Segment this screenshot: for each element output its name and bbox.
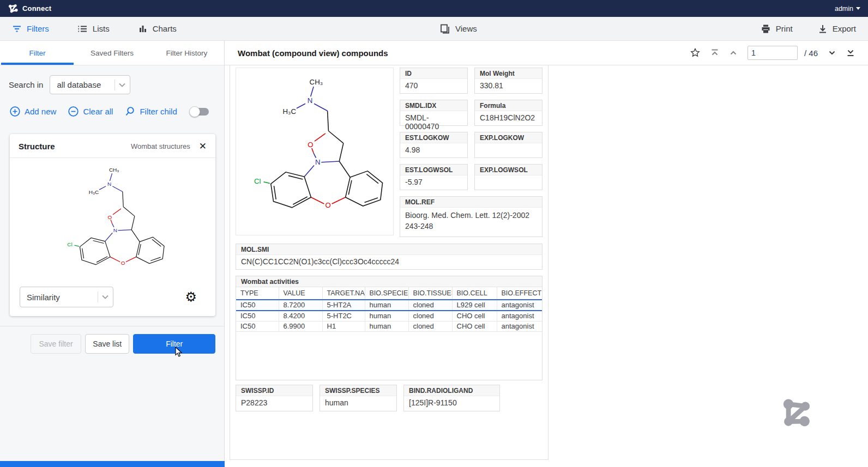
database-select[interactable]: all database bbox=[50, 75, 130, 94]
field-label: Formula bbox=[475, 100, 542, 111]
user-menu[interactable]: admin bbox=[835, 5, 860, 13]
cell: antagonist bbox=[497, 300, 542, 311]
similarity-select-value: Similarity bbox=[27, 293, 92, 302]
toolbar-lists[interactable]: Lists bbox=[77, 24, 110, 34]
col-type[interactable]: TYPE bbox=[236, 287, 279, 300]
cell: 8.7200 bbox=[279, 300, 322, 311]
table-row[interactable]: IC50 8.7200 5-HT2A human cloned L929 cel… bbox=[236, 300, 542, 311]
toolbar-filters-label: Filters bbox=[27, 24, 49, 33]
top-navbar: Connect admin bbox=[0, 0, 868, 17]
col-bio-effect[interactable]: BIO.EFFECT bbox=[497, 287, 542, 300]
save-list-button[interactable]: Save list bbox=[85, 334, 129, 354]
last-record-icon[interactable] bbox=[846, 48, 855, 57]
tab-filter-history-label: Filter History bbox=[166, 49, 208, 57]
field-mol-ref: MOL.REF Bioorg. Med. Chem. Lett. 12(2)-2… bbox=[400, 196, 542, 237]
sidebar-scroll-indicator[interactable] bbox=[0, 461, 225, 467]
add-new-label: Add new bbox=[25, 107, 56, 116]
mouse-cursor-icon bbox=[175, 347, 183, 357]
table-row[interactable]: IC50 6.9900 H1 human cloned CHO cell ant… bbox=[236, 321, 542, 331]
filter-child-toggle[interactable] bbox=[190, 108, 209, 116]
page-total: / 46 bbox=[804, 48, 818, 58]
toolbar-filters[interactable]: Filters bbox=[12, 24, 49, 34]
activities-title: Wombat activities bbox=[236, 276, 542, 287]
field-label: Mol Weight bbox=[475, 68, 542, 79]
structure-editor-canvas[interactable] bbox=[10, 158, 215, 284]
cell: human bbox=[365, 321, 408, 331]
page-number-input[interactable] bbox=[748, 46, 798, 60]
field-value bbox=[475, 175, 542, 189]
main-content: Wombat (compound view) compounds / 46 bbox=[225, 41, 868, 467]
chevron-down-icon bbox=[119, 83, 125, 87]
field-est-logwsol: EST.LOGWSOL -5.97 bbox=[400, 164, 468, 190]
toolbar-views[interactable]: Views bbox=[439, 23, 477, 34]
tab-saved-filters[interactable]: Saved Filters bbox=[75, 41, 149, 65]
toolbar-export[interactable]: Export bbox=[818, 24, 856, 34]
field-formula: Formula C18H19ClN2O2 bbox=[474, 100, 542, 126]
col-value[interactable]: VALUE bbox=[279, 287, 322, 300]
cell: cloned bbox=[408, 311, 452, 322]
filter-child-button[interactable]: Filter child bbox=[125, 106, 177, 117]
next-record-icon[interactable] bbox=[828, 48, 836, 57]
toolbar-print[interactable]: Print bbox=[761, 24, 793, 34]
add-new-button[interactable]: Add new bbox=[10, 106, 56, 117]
col-bio-cell[interactable]: BIO.CELL bbox=[452, 287, 497, 300]
first-record-icon[interactable] bbox=[710, 48, 719, 57]
toolbar-lists-label: Lists bbox=[93, 24, 110, 33]
username: admin bbox=[835, 5, 853, 13]
col-bio-tissues[interactable]: BIO.TISSUES bbox=[408, 287, 452, 300]
field-label: EST.LOGKOW bbox=[400, 132, 467, 143]
field-value: 330.81 bbox=[475, 79, 542, 94]
field-smdl-idx: SMDL.IDX SMDL-00000470 bbox=[400, 100, 468, 126]
brand[interactable]: Connect bbox=[8, 3, 51, 14]
field-label: BIND.RADIOLIGAND bbox=[404, 385, 499, 396]
filter-sidebar: Filter Saved Filters Filter History Sear… bbox=[0, 41, 225, 467]
toolbar-views-label: Views bbox=[455, 24, 477, 33]
cell: IC50 bbox=[236, 311, 279, 322]
tab-filter[interactable]: Filter bbox=[0, 41, 75, 65]
field-swissp-species: SWISSP.SPECIES human bbox=[320, 385, 397, 411]
previous-record-icon[interactable] bbox=[729, 48, 738, 57]
filter-button[interactable]: Filter bbox=[133, 334, 215, 354]
tab-filter-history[interactable]: Filter History bbox=[149, 41, 224, 65]
cell: antagonist bbox=[497, 321, 542, 331]
field-label: SMDL.IDX bbox=[400, 100, 467, 111]
field-value: 4.98 bbox=[400, 143, 467, 159]
cell: IC50 bbox=[236, 321, 279, 331]
settings-gear-icon[interactable]: ⚙ bbox=[185, 290, 197, 304]
cell: human bbox=[365, 311, 408, 322]
activities-header-row: TYPE VALUE TARGET.NAME BIO.SPECIES BIO.T… bbox=[236, 287, 542, 300]
molecule-structure-panel[interactable] bbox=[236, 68, 394, 235]
toolbar-charts[interactable]: Charts bbox=[138, 24, 177, 34]
sidebar-tabs: Filter Saved Filters Filter History bbox=[0, 41, 224, 65]
toggle-knob bbox=[189, 106, 200, 117]
favorite-star-icon[interactable] bbox=[690, 47, 701, 58]
bar-chart-icon bbox=[138, 24, 148, 34]
select-divider bbox=[114, 80, 115, 90]
field-swissp-id: SWISSP.ID P28223 bbox=[236, 385, 313, 411]
filter-icon bbox=[12, 24, 22, 34]
molecule-drawing-small bbox=[55, 160, 171, 284]
close-icon[interactable]: ✕ bbox=[199, 142, 207, 151]
field-label: ID bbox=[400, 68, 467, 79]
cell: CHO cell bbox=[452, 321, 497, 331]
field-exp-logkow: EXP.LOGKOW bbox=[474, 132, 542, 158]
main-toolbar: Filters Lists Charts Views bbox=[0, 17, 868, 41]
cell: 6.9900 bbox=[279, 321, 322, 331]
minus-circle-icon bbox=[68, 106, 79, 117]
page-title: Wombat (compound view) compounds bbox=[238, 48, 388, 58]
filter-child-label: Filter child bbox=[140, 107, 177, 116]
col-bio-species[interactable]: BIO.SPECIES bbox=[365, 287, 408, 300]
clear-all-button[interactable]: Clear all bbox=[68, 106, 113, 117]
similarity-select[interactable]: Similarity bbox=[20, 287, 113, 307]
col-target-name[interactable]: TARGET.NAME bbox=[322, 287, 365, 300]
save-filter-button[interactable]: Save filter bbox=[31, 334, 81, 354]
field-label: EXP.LOGWSOL bbox=[475, 165, 542, 175]
cell: 5-HT2A bbox=[322, 300, 365, 311]
field-value: C18H19ClN2O2 bbox=[475, 111, 542, 126]
table-row[interactable]: IC50 8.4200 5-HT2C human cloned CHO cell… bbox=[236, 311, 542, 322]
record-pager: / 46 bbox=[690, 46, 855, 60]
field-label: SWISSP.SPECIES bbox=[320, 385, 396, 396]
cell: IC50 bbox=[236, 300, 279, 311]
toolbar-print-label: Print bbox=[776, 24, 793, 33]
field-value: Bioorg. Med. Chem. Lett. 12(2)-2002 243-… bbox=[400, 208, 542, 236]
